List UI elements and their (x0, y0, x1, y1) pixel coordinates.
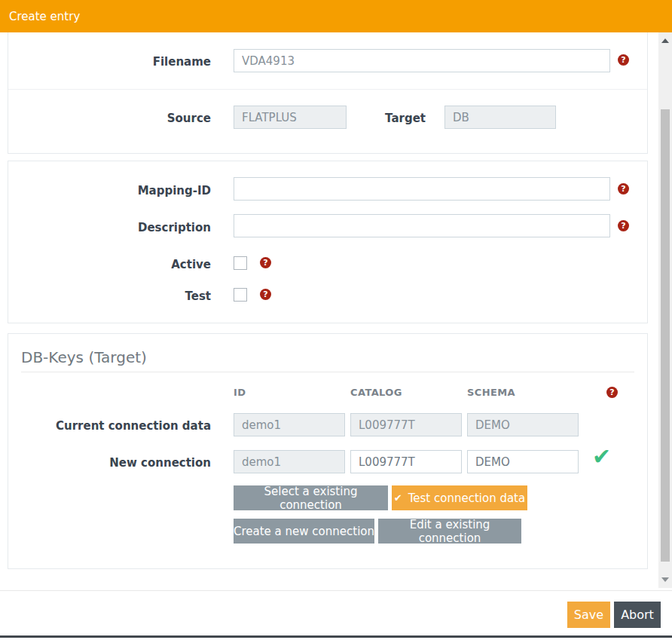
dialog-title: Create entry (9, 10, 80, 23)
test-connection-button[interactable]: ✔ Test connection data (392, 485, 527, 510)
select-existing-connection-label: Select a existing connection (234, 485, 388, 512)
save-button-label: Save (574, 608, 603, 622)
source-input (234, 106, 347, 129)
active-checkbox[interactable] (234, 256, 247, 270)
column-header-schema: SCHEMA (467, 387, 515, 398)
scrollbar-thumb[interactable] (661, 109, 670, 562)
create-new-connection-label: Create a new connection (234, 525, 374, 538)
test-checkbox[interactable] (234, 288, 247, 302)
current-catalog-input (350, 413, 462, 436)
edit-existing-connection-label: Edit a existing connection (378, 518, 521, 545)
filename-help-icon[interactable]: ? (618, 54, 629, 66)
check-icon: ✔ (394, 492, 402, 504)
scroll-down-icon[interactable] (661, 577, 669, 582)
description-input[interactable] (234, 214, 610, 237)
new-id-input (234, 450, 345, 473)
new-catalog-input[interactable] (350, 450, 462, 473)
description-help-icon[interactable]: ? (618, 220, 629, 231)
new-connection-label: New connection (45, 456, 211, 470)
mapping-id-help-icon[interactable]: ? (618, 183, 629, 194)
abort-button-label: Abort (621, 608, 654, 622)
column-header-id: ID (234, 387, 246, 398)
dialog-header: Create entry (0, 0, 672, 32)
db-keys-heading: DB-Keys (Target) (21, 348, 147, 366)
vertical-scrollbar[interactable] (658, 32, 672, 588)
active-label: Active (60, 258, 211, 271)
db-keys-help-icon[interactable]: ? (606, 387, 618, 398)
current-connection-label: Current connection data (45, 419, 211, 433)
active-help-icon[interactable]: ? (260, 257, 271, 268)
target-input (444, 106, 556, 129)
edit-existing-connection-button[interactable]: Edit a existing connection (378, 519, 521, 544)
select-existing-connection-button[interactable]: Select a existing connection (234, 485, 388, 510)
test-connection-label: Test connection data (408, 491, 526, 505)
footer-divider (0, 590, 672, 591)
mapping-id-label: Mapping-ID (60, 184, 211, 198)
description-label: Description (60, 221, 211, 234)
current-schema-input (467, 413, 579, 436)
save-button[interactable]: Save (567, 602, 610, 628)
dialog-bottom-border (0, 635, 672, 638)
mapping-id-input[interactable] (234, 177, 610, 201)
heading-divider (21, 372, 634, 372)
current-id-input (234, 413, 345, 436)
target-label: Target (350, 112, 426, 125)
create-new-connection-button[interactable]: Create a new connection (234, 519, 374, 544)
test-label: Test (60, 289, 211, 303)
panel-divider (8, 89, 647, 90)
scroll-up-icon[interactable] (661, 38, 669, 43)
column-header-catalog: CATALOG (350, 387, 402, 398)
filename-label: Filename (60, 55, 211, 69)
source-label: Source (60, 112, 211, 125)
test-help-icon[interactable]: ? (260, 289, 271, 300)
connection-valid-check-icon: ✔ (592, 446, 611, 468)
filename-input[interactable] (234, 49, 610, 72)
new-schema-input[interactable] (467, 450, 579, 473)
abort-button[interactable]: Abort (614, 602, 661, 628)
